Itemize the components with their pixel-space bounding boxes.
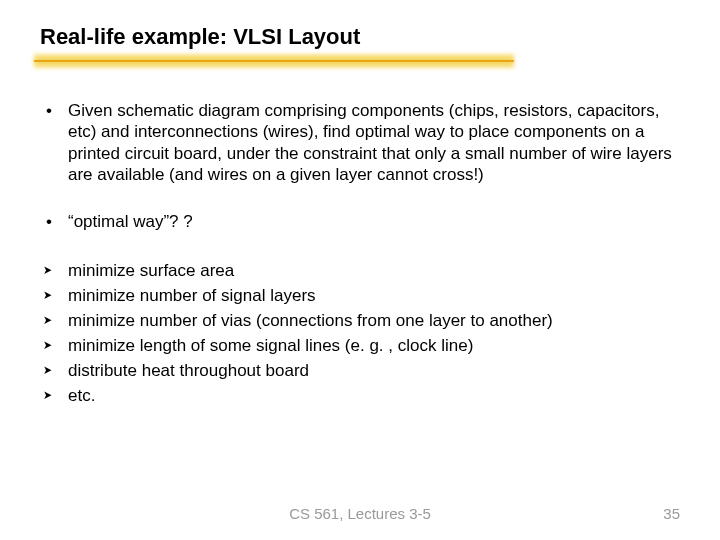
page-title: Real-life example: VLSI Layout: [40, 24, 680, 50]
bullet-item: Given schematic diagram comprising compo…: [40, 100, 680, 185]
arrow-item: minimize number of signal layers: [40, 285, 680, 308]
underline-line: [34, 60, 514, 62]
slide-body: Given schematic diagram comprising compo…: [40, 100, 680, 408]
arrow-item: minimize surface area: [40, 260, 680, 283]
arrow-list: minimize surface area minimize number of…: [40, 260, 680, 408]
footer-page-number: 35: [663, 505, 680, 522]
slide: Real-life example: VLSI Layout Given sch…: [0, 0, 720, 540]
arrow-item: minimize number of vias (connections fro…: [40, 310, 680, 333]
bullet-item: “optimal way”? ?: [40, 211, 680, 232]
bullet-list: Given schematic diagram comprising compo…: [40, 100, 680, 232]
arrow-item: etc.: [40, 385, 680, 408]
arrow-item: minimize length of some signal lines (e.…: [40, 335, 680, 358]
footer-course: CS 561, Lectures 3-5: [0, 505, 720, 522]
title-underline: [40, 54, 680, 70]
arrow-item: distribute heat throughout board: [40, 360, 680, 383]
